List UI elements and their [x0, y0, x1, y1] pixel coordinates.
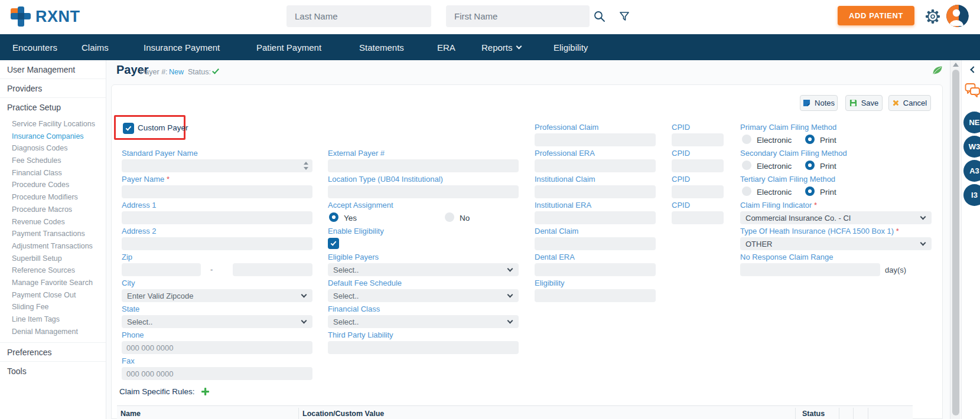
sidebar-item-insurance-companies[interactable]: Insurance Companies — [12, 130, 106, 143]
primary-print-radio[interactable] — [805, 135, 815, 144]
secondary-electronic-radio[interactable] — [742, 161, 751, 170]
sidebar-item-preferences[interactable]: Preferences — [0, 343, 106, 362]
professional-claim-input[interactable] — [535, 133, 656, 146]
financial-class-select[interactable]: Select.. — [328, 315, 519, 328]
institutional-claim-cpid-input[interactable] — [672, 185, 724, 198]
nav-era[interactable]: ERA — [437, 34, 455, 60]
badge-a3[interactable]: A3 — [963, 160, 980, 182]
collapse-panel-icon[interactable] — [970, 66, 976, 73]
location-type-input[interactable] — [328, 185, 519, 198]
accept-assignment-yes-radio[interactable] — [329, 212, 338, 222]
professional-claim-cpid-input[interactable] — [672, 133, 724, 146]
sidebar-item-denial-management[interactable]: Denial Management — [12, 326, 106, 338]
payer-name-input[interactable] — [122, 185, 312, 198]
zip-ext-input[interactable] — [233, 263, 312, 276]
badge-ne[interactable]: NE — [963, 112, 980, 133]
nav-encounters[interactable]: Encounters — [12, 34, 57, 60]
nav-statements[interactable]: Statements — [359, 34, 404, 60]
eligibility-input[interactable] — [535, 289, 656, 302]
sidebar-item-sliding-fee[interactable]: Sliding Fee — [12, 301, 106, 313]
nav-insurance-payment[interactable]: Insurance Payment — [144, 34, 220, 60]
save-button[interactable]: Save — [845, 95, 883, 111]
sidebar-item-revenue-codes[interactable]: Revenue Codes — [12, 216, 106, 228]
dental-claim-input[interactable] — [535, 237, 656, 250]
nav-reports[interactable]: Reports — [481, 34, 521, 60]
sidebar-item-procedure-modifiers[interactable]: Procedure Modifiers — [12, 191, 106, 204]
fax-input[interactable] — [122, 367, 312, 380]
secondary-claim-filing-field: Secondary Claim Filing Method Electronic… — [740, 149, 932, 171]
external-payer-input[interactable] — [328, 159, 519, 172]
search-icon[interactable] — [593, 10, 606, 25]
eligible-payers-select[interactable]: Select.. — [328, 263, 519, 276]
institutional-claim-input[interactable] — [535, 185, 656, 198]
sidebar-item-financial-class[interactable]: Financial Class — [12, 167, 106, 179]
enable-eligibility-checkbox[interactable] — [328, 238, 339, 249]
accept-assignment-no-radio[interactable] — [445, 212, 454, 222]
institutional-era-cpid-input[interactable] — [672, 211, 724, 224]
sidebar-item-procedure-macros[interactable]: Procedure Macros — [12, 204, 106, 216]
professional-era-cpid-field: CPID — [672, 149, 724, 172]
tertiary-electronic-radio[interactable] — [742, 186, 751, 196]
tertiary-print-radio[interactable] — [805, 186, 815, 196]
sidebar-item-user-management[interactable]: User Management — [0, 60, 106, 79]
add-patient-button[interactable]: ADD PATIENT — [838, 6, 914, 25]
nav-patient-payment[interactable]: Patient Payment — [256, 34, 321, 60]
professional-claim-cpid-field: CPID — [672, 123, 724, 146]
user-avatar[interactable] — [946, 5, 969, 27]
institutional-era-input[interactable] — [535, 211, 656, 224]
primary-electronic-radio[interactable] — [742, 135, 751, 144]
last-name-input[interactable] — [286, 5, 431, 27]
professional-era-cpid-input[interactable] — [672, 159, 724, 172]
state-field: State Select.. — [122, 305, 312, 328]
add-rule-icon[interactable] — [201, 387, 210, 396]
sidebar-item-reference-sources[interactable]: Reference Sources — [12, 264, 106, 277]
default-fee-schedule-select[interactable]: Select.. — [328, 289, 519, 302]
sidebar-item-tools[interactable]: Tools — [0, 362, 106, 381]
dental-era-input[interactable] — [535, 263, 656, 276]
chat-icon[interactable] — [965, 83, 980, 100]
no-response-claim-range-input[interactable] — [740, 263, 880, 276]
sidebar-item-payment-close-out[interactable]: Payment Close Out — [12, 289, 106, 302]
sidebar-item-line-item-tags[interactable]: Line Item Tags — [12, 313, 106, 326]
scrollbar-thumb[interactable] — [952, 70, 959, 415]
sidebar-item-manage-favorite-search[interactable]: Manage Favorite Search — [12, 277, 106, 289]
first-name-input[interactable] — [446, 5, 590, 27]
tertiary-claim-filing-field: Tertiary Claim Filing Method Electronic … — [740, 175, 932, 197]
filter-icon[interactable] — [618, 11, 630, 25]
status-label: Status: — [188, 68, 211, 76]
gear-icon[interactable] — [925, 9, 940, 27]
secondary-print-radio[interactable] — [805, 161, 815, 170]
notes-button[interactable]: Notes — [800, 95, 838, 111]
phone-input[interactable] — [122, 341, 312, 354]
professional-era-input[interactable] — [535, 159, 656, 172]
zip-input[interactable] — [122, 263, 201, 276]
sidebar-item-superbill-setup[interactable]: Superbill Setup — [12, 253, 106, 265]
nav-eligibility[interactable]: Eligibility — [554, 34, 588, 60]
claim-filing-indicator-select[interactable]: Commercial Insurance Co. - CI — [740, 211, 932, 224]
leaf-icon[interactable] — [932, 66, 943, 78]
address2-input[interactable] — [122, 237, 312, 250]
sidebar-item-payment-transactions[interactable]: Payment Transactions — [12, 228, 106, 240]
standard-payer-name-input[interactable] — [122, 159, 312, 172]
badge-w3[interactable]: W3 — [963, 136, 980, 158]
sidebar-item-diagnosis-codes[interactable]: Diagnosis Codes — [12, 142, 106, 155]
sidebar-item-adjustment-transactions[interactable]: Adjustment Transactions — [12, 240, 106, 253]
sidebar-item-providers[interactable]: Providers — [0, 79, 106, 98]
rxnt-logo[interactable]: RXNT — [11, 6, 80, 27]
sidebar-item-fee-schedules[interactable]: Fee Schedules — [12, 155, 106, 167]
sidebar-item-procedure-codes[interactable]: Procedure Codes — [12, 179, 106, 191]
state-select[interactable]: Select.. — [122, 315, 312, 328]
stepper-icon[interactable] — [304, 162, 308, 170]
city-select[interactable]: Enter Valid Zipcode — [122, 289, 312, 302]
type-of-health-insurance-select[interactable]: OTHER — [740, 237, 932, 250]
sidebar-item-service-facility-locations[interactable]: Service Facility Locations — [12, 118, 106, 130]
custom-payer-checkbox[interactable] — [123, 123, 134, 134]
cancel-button[interactable]: Cancel — [888, 95, 931, 111]
badge-i3[interactable]: I3 — [963, 184, 980, 206]
scroll-up-arrow[interactable] — [953, 63, 959, 67]
address1-input[interactable] — [122, 211, 312, 224]
sidebar-item-practice-setup[interactable]: Practice Setup — [0, 98, 106, 117]
third-party-liability-input[interactable] — [328, 341, 519, 354]
nav-claims[interactable]: Claims — [82, 34, 109, 60]
type-of-health-insurance-field: Type Of Heath Insurance (HCFA 1500 Box 1… — [740, 227, 932, 250]
